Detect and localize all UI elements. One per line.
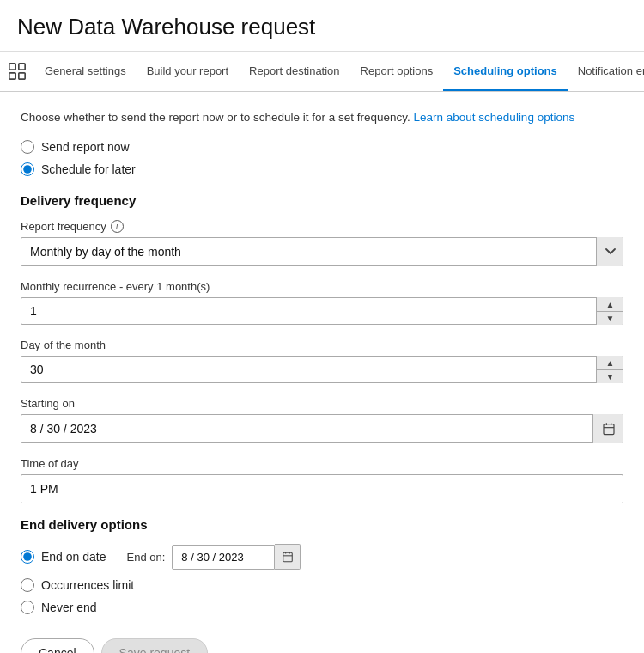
monthly-recurrence-label: Monthly recurrence - every 1 month(s): [21, 280, 623, 293]
monthly-recurrence-input[interactable]: [21, 297, 623, 325]
time-of-day-group: Time of day: [21, 457, 623, 503]
occurrences-limit-radio[interactable]: [21, 578, 34, 592]
tab-notification-email[interactable]: Notification email: [568, 52, 644, 91]
svg-rect-1: [19, 64, 25, 70]
end-delivery-section: End delivery options End on date End on:: [21, 517, 623, 614]
tab-report-options[interactable]: Report options: [350, 52, 444, 91]
report-frequency-label: Report frequency i: [21, 220, 623, 233]
end-date-field-group: [172, 544, 301, 570]
tabs: General settings Build your report Repor…: [34, 52, 644, 91]
tab-build-your-report[interactable]: Build your report: [137, 52, 239, 91]
svg-rect-8: [283, 553, 293, 563]
monthly-recurrence-down-button[interactable]: ▼: [597, 312, 623, 326]
monthly-recurrence-group: Monthly recurrence - every 1 month(s) ▲ …: [21, 280, 623, 325]
tab-report-destination[interactable]: Report destination: [239, 52, 350, 91]
never-end-option[interactable]: Never end: [21, 601, 97, 614]
occurrences-limit-label: Occurrences limit: [41, 578, 134, 592]
occurrences-limit-row: Occurrences limit: [21, 578, 623, 592]
tabs-container: General settings Build your report Repor…: [0, 52, 644, 92]
day-of-month-spinbox-buttons: ▲ ▼: [596, 356, 623, 383]
day-of-month-input[interactable]: [21, 356, 623, 383]
report-frequency-select-wrapper: Monthly by day of the month: [21, 237, 623, 266]
grid-icon: [0, 52, 34, 91]
monthly-recurrence-up-button[interactable]: ▲: [597, 297, 623, 312]
delivery-frequency-title: Delivery frequency: [21, 193, 623, 208]
main-content: Choose whether to send the report now or…: [0, 92, 644, 653]
send-now-option[interactable]: Send report now: [21, 140, 623, 154]
send-now-label: Send report now: [41, 140, 130, 154]
day-of-month-down-button[interactable]: ▼: [597, 370, 623, 384]
end-on-date-label: End on date: [41, 550, 106, 564]
end-date-inline-group: End on:: [127, 544, 301, 570]
starting-on-calendar-button[interactable]: [592, 414, 623, 443]
monthly-recurrence-spinbox-buttons: ▲ ▼: [596, 297, 623, 325]
svg-rect-0: [9, 64, 15, 70]
schedule-later-option[interactable]: Schedule for later: [21, 162, 623, 176]
never-end-row: Never end: [21, 601, 623, 614]
report-frequency-select[interactable]: Monthly by day of the month: [21, 237, 623, 266]
learn-about-scheduling-link[interactable]: Learn about scheduling options: [414, 111, 575, 124]
save-request-button[interactable]: Save request: [101, 638, 209, 653]
description: Choose whether to send the report now or…: [21, 109, 623, 126]
page-title: New Data Warehouse request: [0, 0, 644, 51]
starting-on-date-wrapper: [21, 414, 623, 443]
end-on-date-row: End on date End on:: [21, 544, 623, 570]
svg-rect-3: [19, 73, 25, 79]
end-on-date-input[interactable]: [172, 545, 275, 570]
report-frequency-info-icon[interactable]: i: [111, 220, 124, 233]
tab-scheduling-options[interactable]: Scheduling options: [443, 52, 568, 91]
time-of-day-input[interactable]: [21, 474, 623, 503]
schedule-later-label: Schedule for later: [41, 162, 136, 176]
occurrences-limit-option[interactable]: Occurrences limit: [21, 578, 134, 592]
starting-on-label: Starting on: [21, 397, 623, 410]
schedule-later-radio[interactable]: [21, 162, 34, 176]
monthly-recurrence-spinbox: ▲ ▼: [21, 297, 623, 325]
end-on-date-option[interactable]: End on date: [21, 550, 106, 564]
never-end-label: Never end: [41, 601, 97, 614]
end-delivery-title: End delivery options: [21, 517, 623, 532]
end-on-calendar-button[interactable]: [275, 544, 301, 570]
svg-rect-4: [604, 424, 614, 435]
report-frequency-group: Report frequency i Monthly by day of the…: [21, 220, 623, 266]
day-of-month-label: Day of the month: [21, 339, 623, 351]
cancel-button[interactable]: Cancel: [21, 638, 94, 653]
end-on-date-radio[interactable]: [21, 550, 34, 564]
end-on-colon-label: End on:: [127, 551, 166, 564]
tab-general-settings[interactable]: General settings: [34, 52, 137, 91]
never-end-radio[interactable]: [21, 601, 34, 614]
send-now-radio[interactable]: [21, 140, 34, 154]
starting-on-input[interactable]: [21, 414, 623, 443]
footer-buttons: Cancel Save request: [21, 638, 623, 653]
starting-on-group: Starting on: [21, 397, 623, 443]
send-options-group: Send report now Schedule for later: [21, 140, 623, 176]
day-of-month-spinbox: ▲ ▼: [21, 356, 623, 383]
day-of-month-up-button[interactable]: ▲: [597, 356, 623, 370]
svg-rect-2: [9, 73, 15, 79]
day-of-month-group: Day of the month ▲ ▼: [21, 339, 623, 383]
time-of-day-label: Time of day: [21, 457, 623, 470]
delivery-frequency-section: Delivery frequency Report frequency i Mo…: [21, 193, 623, 503]
